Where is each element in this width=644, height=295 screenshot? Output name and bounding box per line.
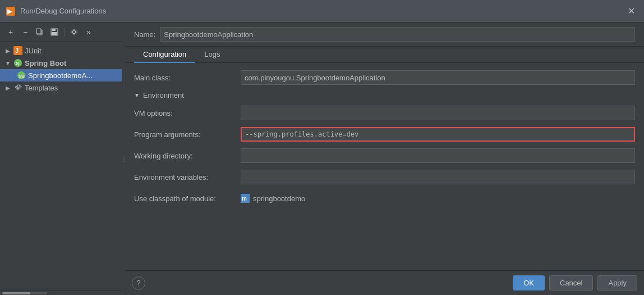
sidebar-toolbar: + − »	[0, 22, 122, 42]
templates-icon	[13, 83, 22, 92]
classpath-module-text: springbootdemo	[253, 194, 305, 203]
config-panel: Main class: ▼ Environment VM options: Pr…	[125, 63, 644, 270]
tab-configuration[interactable]: Configuration	[134, 47, 195, 63]
scroll-track	[2, 292, 47, 294]
more-button[interactable]: »	[82, 26, 95, 38]
vm-options-input[interactable]	[241, 106, 635, 120]
environment-arrow: ▼	[134, 92, 140, 98]
svg-rect-3	[36, 29, 41, 34]
main-class-input[interactable]	[241, 70, 635, 85]
env-variables-row: Environment variables:	[134, 169, 635, 185]
program-arguments-input[interactable]	[241, 127, 635, 142]
working-directory-row: Working directory:	[134, 148, 635, 164]
save-config-button[interactable]	[48, 26, 61, 38]
copy-config-button[interactable]	[34, 26, 46, 38]
sidebar-item-label-springboot: Spring Boot	[25, 59, 66, 67]
help-button[interactable]: ?	[132, 276, 145, 290]
cancel-button[interactable]: Cancel	[549, 275, 593, 291]
springboot-arrow: ▼	[4, 60, 11, 66]
bottom-right: OK Cancel Apply	[513, 275, 637, 291]
sidebar-item-label-templates: Templates	[25, 84, 58, 92]
sidebar-scrollbar	[0, 291, 122, 295]
sidebar-item-templates[interactable]: ▶ Templates	[0, 81, 122, 94]
springboot-icon: S	[13, 58, 22, 67]
svg-text:m: m	[242, 196, 247, 202]
main-class-row: Main class:	[134, 70, 635, 85]
bottom-left: ?	[132, 276, 145, 290]
program-arguments-label: Program arguments:	[134, 130, 241, 139]
settings-button[interactable]	[68, 26, 80, 38]
drag-dots	[123, 156, 125, 162]
sidebar-item-springboot[interactable]: ▼ S Spring Boot	[0, 57, 122, 69]
tabs-row: Configuration Logs	[125, 47, 644, 63]
working-directory-input[interactable]	[241, 148, 635, 163]
app-icon: ▶	[6, 6, 16, 16]
apply-button[interactable]: Apply	[597, 275, 637, 291]
vm-options-label: VM options:	[134, 109, 241, 117]
tab-logs[interactable]: Logs	[195, 47, 229, 63]
ok-button[interactable]: OK	[513, 275, 545, 291]
svg-text:J: J	[15, 47, 19, 54]
scroll-thumb	[2, 292, 30, 294]
env-variables-label: Environment variables:	[134, 173, 241, 181]
name-label: Name:	[134, 30, 155, 39]
svg-point-7	[73, 31, 76, 34]
working-directory-label: Working directory:	[134, 152, 241, 160]
sidebar: + − »	[0, 22, 122, 295]
toolbar-separator	[64, 28, 65, 37]
main-class-label: Main class:	[134, 74, 241, 82]
env-variables-input[interactable]	[241, 170, 635, 184]
close-button[interactable]: ✕	[624, 4, 638, 17]
right-panel: Name: Configuration Logs Main class: ▼ E…	[125, 22, 644, 295]
title-bar-title: Run/Debug Configurations	[20, 7, 106, 15]
templates-arrow: ▶	[4, 85, 11, 91]
svg-text:SB: SB	[19, 74, 25, 79]
name-input[interactable]	[160, 27, 635, 42]
module-icon: m	[241, 194, 250, 203]
main-layout: + − »	[0, 22, 644, 295]
classpath-module-value: m springbootdemo	[241, 194, 305, 203]
environment-section-header: ▼ Environment	[134, 91, 635, 99]
sidebar-item-label-app: SpringbootdemoA...	[28, 71, 93, 80]
sidebar-item-springbootdemo[interactable]: SB SpringbootdemoA...	[0, 69, 122, 81]
svg-rect-5	[52, 29, 56, 31]
title-bar: ▶ Run/Debug Configurations ✕	[0, 0, 644, 22]
sidebar-item-junit[interactable]: ▶ J JUnit	[0, 44, 122, 57]
sidebar-tree: ▶ J JUnit ▼ S Spring Boo	[0, 42, 122, 291]
sidebar-item-label-junit: JUnit	[25, 47, 42, 55]
classpath-module-label: Use classpath of module:	[134, 194, 241, 203]
program-arguments-row: Program arguments:	[134, 126, 635, 142]
bottom-bar: ? OK Cancel Apply	[125, 270, 644, 295]
remove-config-button[interactable]: −	[19, 26, 31, 38]
name-row: Name:	[125, 22, 644, 47]
title-bar-left: ▶ Run/Debug Configurations	[6, 6, 106, 16]
classpath-module-row: Use classpath of module: m springbootdem…	[134, 190, 635, 206]
app-item-icon: SB	[17, 71, 26, 80]
add-config-button[interactable]: +	[4, 26, 17, 38]
junit-icon: J	[13, 46, 22, 55]
junit-arrow: ▶	[4, 48, 11, 54]
svg-text:S: S	[16, 61, 19, 66]
environment-section-title: Environment	[143, 91, 184, 99]
vm-options-row: VM options:	[134, 105, 635, 121]
svg-rect-6	[52, 32, 57, 35]
